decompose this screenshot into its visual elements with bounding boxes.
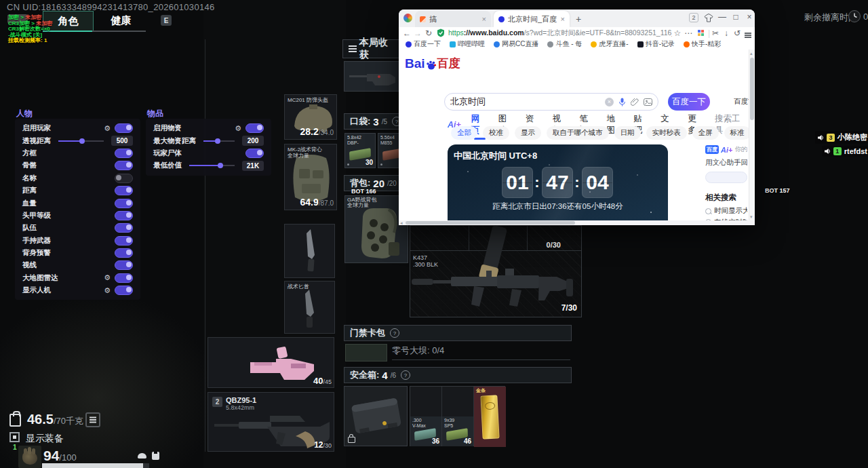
v-scroll-thumb[interactable]	[750, 58, 754, 120]
browser-logo[interactable]	[403, 14, 412, 22]
search-button[interactable]: 百度一下	[668, 93, 710, 111]
horizontal-scrollbar[interactable]: ◂	[399, 220, 749, 225]
toggle-distance[interactable]	[115, 186, 133, 195]
mic-icon[interactable]	[618, 98, 626, 106]
slider-esp-distance[interactable]	[58, 140, 104, 142]
chip[interactable]: 标准	[724, 126, 749, 140]
safe-item-ammo-300[interactable]: .300V-Max 36	[410, 416, 441, 446]
safe-item-gold-bar[interactable]: 金条	[474, 387, 506, 447]
card-title: 中国北京时间 UTC+8	[454, 150, 537, 162]
new-tab-button[interactable]: +	[572, 14, 585, 24]
list-icon[interactable]	[349, 48, 357, 50]
bookmark-item[interactable]: 哔哩哔哩	[450, 39, 485, 49]
safebox-grid: .300V-Max 36 9x39SP5 46 金条	[410, 386, 505, 446]
toggle-map-radar[interactable]	[115, 273, 133, 283]
screen: CN UID:181633348994231413780_20260103014…	[0, 0, 868, 468]
toggle-name[interactable]	[115, 174, 133, 183]
slot-primary-weapon[interactable]: 2 QBZ95-1 5.8x42mm 12/30	[208, 392, 334, 452]
chip[interactable]: 全部	[451, 126, 477, 140]
tab-close-icon[interactable]: ×	[482, 15, 486, 23]
browser-tab-1[interactable]: 搞 ×	[415, 11, 491, 27]
gear-icon[interactable]: ⚙	[104, 274, 111, 281]
apps-grid-icon[interactable]	[698, 30, 704, 36]
toggle-sightline[interactable]	[115, 260, 133, 270]
minimize-button[interactable]: —	[716, 12, 728, 22]
tab-close-icon[interactable]: ×	[561, 15, 565, 23]
keycard-slot[interactable]	[345, 344, 387, 362]
gear-icon[interactable]: ⚙	[235, 125, 241, 132]
bookmark-item[interactable]: 抖音-记录	[637, 39, 675, 49]
toggle-bones[interactable]	[115, 161, 133, 170]
bookmark-item[interactable]: 虎牙直播-	[591, 39, 628, 49]
slot-melee-1[interactable]	[284, 224, 335, 278]
help-icon[interactable]: ?	[390, 328, 399, 338]
cheat-row: 背身预警	[15, 247, 140, 259]
vertical-scrollbar[interactable]: ▴ ▾	[749, 50, 755, 220]
slot-vest[interactable]: MK-2战术背心全球力量 64.9/87.0	[284, 144, 337, 210]
bookmark-item[interactable]: 百度一下	[406, 39, 441, 49]
safe-item-ammo-9x39[interactable]: 9x39SP5 46	[442, 416, 473, 446]
bookmark-item[interactable]: 网易CC直播	[494, 39, 538, 49]
safebox-item[interactable]	[344, 386, 408, 446]
reload-button[interactable]: ↻	[423, 28, 434, 38]
sort-button[interactable]	[85, 412, 100, 427]
related-item[interactable]: 时间显示大屏	[705, 206, 747, 217]
bookmark-star-icon[interactable]: ☆	[672, 28, 683, 38]
back-button[interactable]: ←	[401, 28, 412, 38]
toggle-team[interactable]	[115, 223, 133, 233]
clock-hours: 01	[502, 167, 533, 198]
chip[interactable]: 显示	[515, 126, 541, 140]
search-box[interactable]: 北京时间 ×	[444, 93, 658, 111]
tab-health[interactable]: 健康	[96, 11, 146, 31]
extension-count-badge[interactable]: 2	[689, 13, 698, 22]
avatar[interactable]	[18, 446, 41, 468]
chip[interactable]: 取自于哪个城市	[547, 126, 609, 140]
toggle-enable-player[interactable]	[115, 123, 133, 133]
attachment-icon[interactable]	[631, 98, 639, 106]
slot-melee-2[interactable]: 战术匕首	[284, 281, 335, 334]
loot-item-weapon[interactable]	[344, 61, 408, 92]
toggle-enable-loot[interactable]	[245, 123, 264, 133]
chip[interactable]: 实时秒表	[646, 126, 687, 140]
slot-secondary-weapon[interactable]: 40/45	[208, 337, 334, 388]
address-bar[interactable]: https://www.baidu.com/s?wd=北京时间&ie=UTF-8…	[448, 28, 672, 38]
bookmark-item[interactable]: 快手-精彩	[684, 39, 721, 49]
slider-min-value[interactable]	[189, 165, 235, 166]
undo-icon[interactable]: ↺	[732, 28, 743, 38]
skin-icon[interactable]	[704, 14, 713, 22]
gear-icon[interactable]: ⚙	[104, 287, 111, 294]
gear-icon[interactable]: ⚙	[104, 125, 111, 132]
browser-tab-2-active[interactable]: 北京时间_百度搜索 ×	[494, 11, 570, 27]
chip[interactable]: 全屏	[692, 126, 719, 140]
search-icon	[705, 208, 711, 214]
help-icon[interactable]: ?	[401, 370, 410, 380]
slider-loot-distance[interactable]	[203, 140, 235, 142]
toggle-show-bots[interactable]	[115, 286, 133, 295]
download-icon[interactable]: ↓	[721, 28, 732, 38]
hp-value: 94/100	[43, 448, 77, 464]
maximize-button[interactable]: □	[730, 12, 742, 22]
more-icon[interactable]: ⋯	[683, 28, 694, 38]
baidu-home-link[interactable]: 百度首页	[734, 97, 749, 106]
toggle-health[interactable]	[115, 199, 133, 208]
toggle-back-warning[interactable]	[115, 248, 133, 258]
toggle-held-weapon[interactable]	[115, 236, 133, 246]
forward-button[interactable]: →	[412, 28, 423, 38]
chip[interactable]: 校准	[483, 126, 509, 140]
menu-icon[interactable]	[743, 28, 753, 38]
h-scroll-thumb[interactable]	[406, 221, 575, 225]
close-button[interactable]: ×	[743, 12, 755, 22]
ai-input[interactable]	[705, 172, 747, 183]
show-gear-checkbox[interactable]	[9, 432, 20, 442]
chip[interactable]: 日期	[614, 126, 641, 140]
toggle-armor-level[interactable]	[115, 211, 133, 220]
toggle-player-corpse[interactable]	[245, 149, 264, 158]
image-search-icon[interactable]	[644, 98, 652, 106]
search-query[interactable]: 北京时间	[450, 96, 600, 108]
scissors-icon[interactable]: ✂	[710, 28, 721, 38]
pocket-item-ammo-5.8[interactable]: 5.8x42DBP- 30	[344, 133, 376, 168]
bookmark-item[interactable]: 斗鱼 - 每	[547, 39, 582, 49]
clear-icon[interactable]: ×	[605, 98, 614, 106]
toggle-box[interactable]	[115, 149, 133, 158]
slot-helmet[interactable]: MC201 防弹头盔 28.2/34.0	[284, 94, 337, 140]
